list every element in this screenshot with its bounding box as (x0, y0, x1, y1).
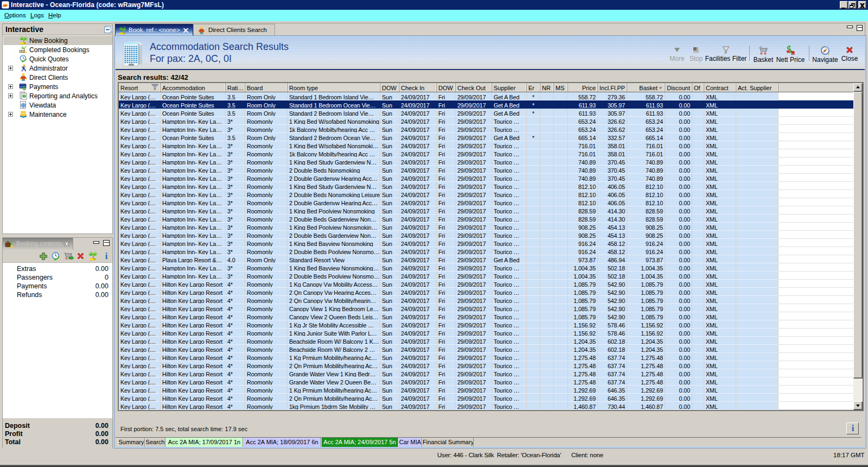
svg-text:i: i (851, 423, 854, 433)
svg-text:i: i (105, 251, 108, 261)
svg-text:$: $ (22, 85, 25, 91)
